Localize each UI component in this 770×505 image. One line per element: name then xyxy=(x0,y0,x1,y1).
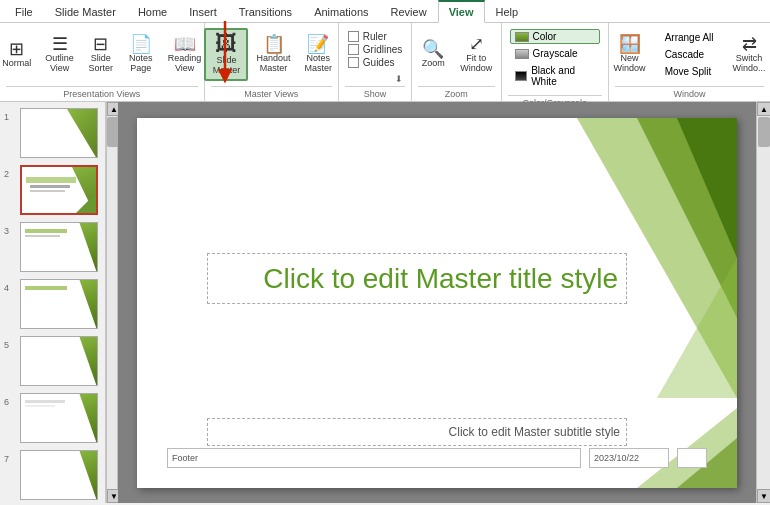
tab-review[interactable]: Review xyxy=(380,1,438,23)
footer-num-field[interactable] xyxy=(677,448,707,468)
notes-page-icon: 📄 xyxy=(130,35,152,53)
btn-new-window[interactable]: 🪟 NewWindow xyxy=(608,32,652,77)
btn-slide-sorter[interactable]: ⊟ SlideSorter xyxy=(82,32,120,77)
group-show: Ruler Gridlines Guides ⬇ Show xyxy=(339,23,412,101)
btn-outline-view[interactable]: ☰ OutlineView xyxy=(39,32,80,77)
tab-home[interactable]: Home xyxy=(127,1,178,23)
canvas-area: Click to edit Master title style Click t… xyxy=(118,102,756,503)
btn-arrange-all[interactable]: Arrange All xyxy=(656,30,723,45)
btn-slide-master[interactable]: 🖼 SlideMaster xyxy=(204,28,248,81)
group-master-views: 🖼 SlideMaster 📋 HandoutMaster 📝 NotesMas… xyxy=(205,23,339,101)
btn-notes-page[interactable]: 📄 NotesPage xyxy=(122,32,160,77)
notes-master-icon: 📝 xyxy=(307,35,329,53)
tab-animations[interactable]: Animations xyxy=(303,1,379,23)
slide-img-7[interactable] xyxy=(20,450,98,500)
ruler-checkbox[interactable] xyxy=(348,31,359,42)
slide-master-icon: 🖼 xyxy=(215,33,237,55)
slide-sorter-icon: ⊟ xyxy=(93,35,108,53)
group-label-show: Show xyxy=(345,86,405,99)
zoom-icon: 🔍 xyxy=(422,40,444,58)
group-window: 🪟 NewWindow Arrange All Cascade Move Spl… xyxy=(609,23,770,101)
btn-notes-master[interactable]: 📝 NotesMaster xyxy=(299,32,339,77)
slide-thumb-5[interactable]: 5 xyxy=(2,334,103,388)
btn-zoom[interactable]: 🔍 Zoom xyxy=(414,37,452,72)
main-area: 1 2 3 xyxy=(0,102,770,503)
group-presentation-views: ⊞ Normal ☰ OutlineView ⊟ SlideSorter 📄 N… xyxy=(0,23,205,101)
slide-img-3[interactable] xyxy=(20,222,98,272)
canvas-scroll-up[interactable]: ▲ xyxy=(757,102,770,116)
fit-to-window-icon: ⤢ xyxy=(469,35,484,53)
guides-checkbox[interactable] xyxy=(348,57,359,68)
show-expand-icon[interactable]: ⬇ xyxy=(395,74,403,84)
color-swatch-bw xyxy=(515,71,528,81)
tab-help[interactable]: Help xyxy=(485,1,530,23)
slide-thumb-1[interactable]: 1 xyxy=(2,106,103,160)
color-option-black-white[interactable]: Black and White xyxy=(510,63,601,89)
slide-canvas: Click to edit Master title style Click t… xyxy=(137,118,737,488)
window-btn-stack: Arrange All Cascade Move Split xyxy=(656,30,723,79)
slide-img-6[interactable] xyxy=(20,393,98,443)
footer-left-field[interactable]: Footer xyxy=(167,448,581,468)
tab-file[interactable]: File xyxy=(4,1,44,23)
switch-windows-icon: ⇄ xyxy=(742,35,757,53)
slide-panel-scrollbar[interactable]: ▲ ▼ xyxy=(106,102,118,503)
slide-title-box[interactable]: Click to edit Master title style xyxy=(207,253,627,305)
slide-thumb-7[interactable]: 7 xyxy=(2,448,103,502)
gridlines-checkbox[interactable] xyxy=(348,44,359,55)
slide-img-2[interactable] xyxy=(20,165,98,215)
cb-gridlines[interactable]: Gridlines xyxy=(348,44,402,55)
new-window-icon: 🪟 xyxy=(619,35,641,53)
slide-subtitle: Click to edit Master subtitle style xyxy=(214,425,620,439)
footer-date-field[interactable]: 2023/10/22 xyxy=(589,448,669,468)
btn-cascade[interactable]: Cascade xyxy=(656,47,723,62)
slide-title: Click to edit Master title style xyxy=(216,262,618,296)
scroll-track xyxy=(107,116,117,489)
ribbon-bar: ⊞ Normal ☰ OutlineView ⊟ SlideSorter 📄 N… xyxy=(0,23,770,101)
color-swatch-grayscale xyxy=(515,49,529,59)
group-label-zoom: Zoom xyxy=(418,86,494,99)
btn-switch-windows[interactable]: ⇄ SwitchWindo... xyxy=(727,32,770,77)
tab-view[interactable]: View xyxy=(438,0,485,23)
slide-thumb-2[interactable]: 2 xyxy=(2,163,103,217)
color-option-color[interactable]: Color xyxy=(510,29,601,44)
slide-img-4[interactable] xyxy=(20,279,98,329)
color-option-grayscale[interactable]: Grayscale xyxy=(510,46,601,61)
normal-icon: ⊞ xyxy=(9,40,24,58)
color-swatch-color xyxy=(515,32,529,42)
tab-row: File Slide Master Home Insert Transition… xyxy=(0,0,770,23)
tab-transitions[interactable]: Transitions xyxy=(228,1,303,23)
tab-slide-master[interactable]: Slide Master xyxy=(44,1,127,23)
canvas-scroll-down[interactable]: ▼ xyxy=(757,489,770,503)
slide-img-5[interactable] xyxy=(20,336,98,386)
slide-panel: 1 2 3 xyxy=(0,102,106,503)
slide-thumb-6[interactable]: 6 xyxy=(2,391,103,445)
group-label-master-views: Master Views xyxy=(211,86,332,99)
group-color-grayscale: Color Grayscale Black and White Color/Gr… xyxy=(502,23,610,101)
cb-guides[interactable]: Guides xyxy=(348,57,402,68)
btn-handout-master[interactable]: 📋 HandoutMaster xyxy=(250,32,296,77)
btn-fit-to-window[interactable]: ⤢ Fit toWindow xyxy=(454,32,498,77)
btn-reading-view[interactable]: 📖 ReadingView xyxy=(162,32,208,77)
group-zoom: 🔍 Zoom ⤢ Fit toWindow Zoom xyxy=(412,23,501,101)
canvas-scroll-track xyxy=(757,116,770,489)
outline-icon: ☰ xyxy=(52,35,68,53)
slide-footer: Footer 2023/10/22 xyxy=(167,448,707,468)
handout-master-icon: 📋 xyxy=(263,35,285,53)
canvas-scroll-thumb[interactable] xyxy=(758,117,770,147)
group-label-window: Window xyxy=(615,86,764,99)
canvas-scrollbar[interactable]: ▲ ▼ xyxy=(756,102,770,503)
cb-ruler[interactable]: Ruler xyxy=(348,31,402,42)
slide-thumb-3[interactable]: 3 xyxy=(2,220,103,274)
slide-subtitle-box[interactable]: Click to edit Master subtitle style xyxy=(207,418,627,446)
slide-img-1[interactable] xyxy=(20,108,98,158)
btn-normal[interactable]: ⊞ Normal xyxy=(0,37,37,72)
btn-move-split[interactable]: Move Split xyxy=(656,64,723,79)
group-label-presentation-views: Presentation Views xyxy=(6,86,198,99)
tab-insert[interactable]: Insert xyxy=(178,1,228,23)
reading-view-icon: 📖 xyxy=(174,35,196,53)
slide-thumb-4[interactable]: 4 xyxy=(2,277,103,331)
